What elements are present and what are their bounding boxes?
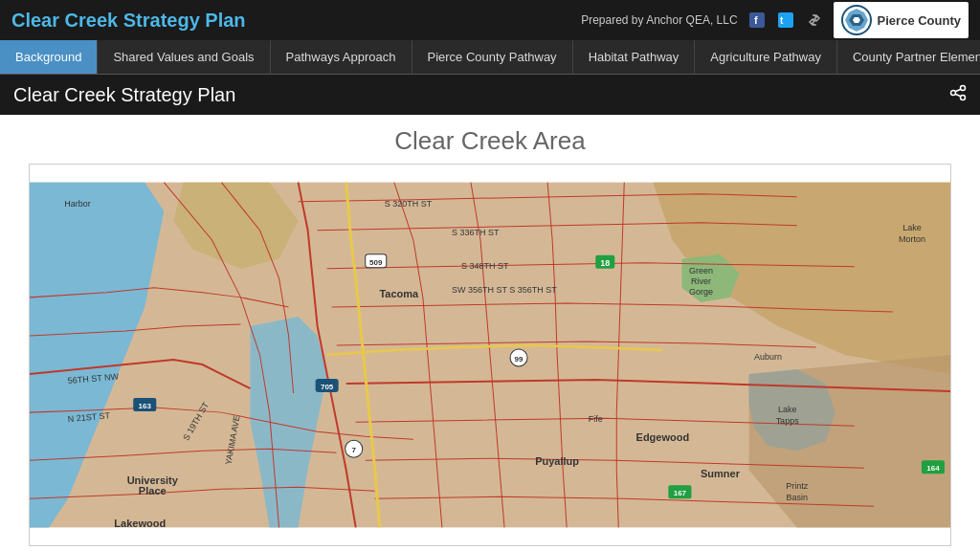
pierce-county-name: Pierce County <box>878 13 961 28</box>
svg-text:Edgewood: Edgewood <box>636 431 690 443</box>
svg-text:Morton: Morton <box>899 234 925 244</box>
prepared-by-text: Prepared by Anchor QEA, LLC <box>581 13 737 27</box>
header-right: Prepared by Anchor QEA, LLC f t Pierce C… <box>581 2 969 38</box>
svg-text:f: f <box>754 14 758 26</box>
svg-text:18: 18 <box>600 258 610 268</box>
svg-text:Puyallup: Puyallup <box>535 455 579 467</box>
navigation-tabs: Background Shared Values and Goals Pathw… <box>0 40 980 75</box>
svg-point-10 <box>961 86 966 91</box>
svg-text:Lakewood: Lakewood <box>114 518 166 529</box>
tab-pathways-approach[interactable]: Pathways Approach <box>271 40 412 74</box>
svg-line-14 <box>955 94 961 97</box>
page-title: Clear Creek Strategy Plan <box>13 84 235 106</box>
svg-text:S 336TH ST: S 336TH ST <box>452 228 500 237</box>
page-title-bar: Clear Creek Strategy Plan <box>0 75 980 115</box>
main-content: Clear Creek Area <box>0 115 980 551</box>
map-title: Clear Creek Area <box>0 115 980 164</box>
svg-text:Printz: Printz <box>786 481 809 491</box>
svg-text:Lake: Lake <box>778 405 797 414</box>
app-title: Clear Creek Strategy Plan <box>11 10 246 32</box>
app-header: Clear Creek Strategy Plan Prepared by An… <box>0 0 980 40</box>
svg-text:Green: Green <box>689 266 713 276</box>
svg-text:River: River <box>691 276 711 286</box>
svg-point-11 <box>961 96 966 100</box>
svg-text:Lake: Lake <box>902 223 922 232</box>
svg-text:509: 509 <box>369 258 383 267</box>
link-icon[interactable] <box>805 11 824 30</box>
svg-text:Gorge: Gorge <box>689 287 713 297</box>
svg-text:7: 7 <box>351 446 356 454</box>
svg-text:705: 705 <box>321 383 334 391</box>
svg-text:163: 163 <box>139 402 152 410</box>
tab-pierce-county-pathway[interactable]: Pierce County Pathway <box>412 40 573 74</box>
share-icon[interactable] <box>949 84 967 105</box>
svg-text:Tapps: Tapps <box>776 416 800 426</box>
tab-county-partner-elements[interactable]: County Partner Elements <box>837 40 980 74</box>
svg-point-12 <box>951 91 956 96</box>
svg-text:Tacoma: Tacoma <box>379 288 419 299</box>
svg-text:Auburn: Auburn <box>754 352 782 362</box>
tab-background[interactable]: Background <box>0 40 98 74</box>
facebook-icon[interactable]: f <box>747 11 767 30</box>
svg-text:Harbor: Harbor <box>64 199 91 209</box>
svg-text:99: 99 <box>515 355 523 364</box>
pierce-county-logo: Pierce County <box>834 2 969 38</box>
svg-text:Place: Place <box>139 485 167 496</box>
svg-text:164: 164 <box>926 464 940 473</box>
svg-text:S 320TH ST: S 320TH ST <box>385 199 433 209</box>
svg-text:Sumner: Sumner <box>701 468 741 479</box>
svg-text:Fife: Fife <box>589 414 603 424</box>
map-container[interactable]: 509 99 18 7 705 163 167 164 Tacoma Puyal <box>29 164 951 546</box>
svg-text:SW 356TH ST  S 356TH ST: SW 356TH ST S 356TH ST <box>452 285 557 295</box>
tab-shared-values[interactable]: Shared Values and Goals <box>98 40 270 74</box>
svg-text:Basin: Basin <box>786 493 808 502</box>
svg-line-13 <box>955 89 961 92</box>
tab-agriculture-pathway[interactable]: Agriculture Pathway <box>695 40 837 74</box>
svg-text:S 348TH ST: S 348TH ST <box>461 261 509 271</box>
svg-text:167: 167 <box>674 489 687 497</box>
twitter-icon[interactable]: t <box>776 11 795 30</box>
tab-habitat-pathway[interactable]: Habitat Pathway <box>573 40 696 74</box>
